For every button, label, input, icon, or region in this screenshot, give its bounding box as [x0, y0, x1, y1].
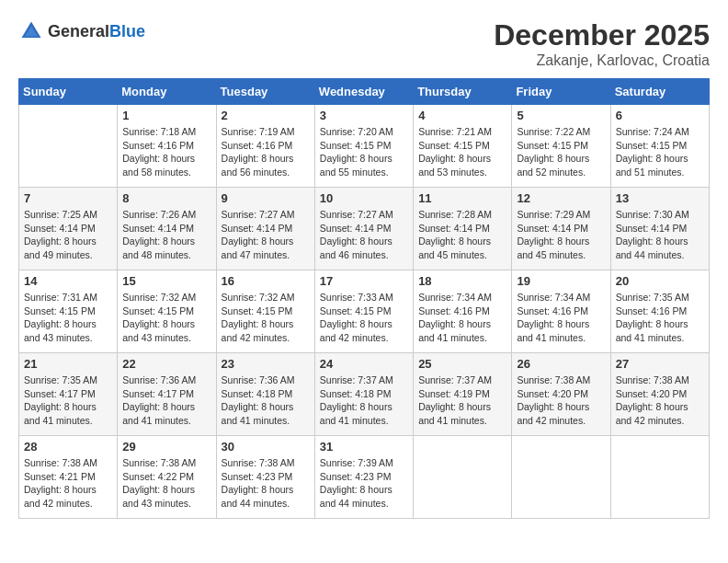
day-number: 16: [222, 274, 310, 288]
page-header: GeneralBlue December 2025 Zakanje, Karlo…: [18, 18, 710, 69]
cell-info: Sunrise: 7:38 AMSunset: 4:20 PMDaylight:…: [616, 373, 704, 428]
calendar-cell: 7Sunrise: 7:25 AMSunset: 4:14 PMDaylight…: [19, 188, 118, 270]
cell-info: Sunrise: 7:32 AMSunset: 4:15 PMDaylight:…: [122, 291, 210, 345]
calendar-cell: 11Sunrise: 7:28 AMSunset: 4:14 PMDayligh…: [414, 188, 512, 270]
day-number: 1: [122, 109, 210, 122]
cell-info: Sunrise: 7:38 AMSunset: 4:20 PMDaylight:…: [517, 373, 605, 428]
calendar-week-row: 7Sunrise: 7:25 AMSunset: 4:14 PMDaylight…: [19, 188, 710, 270]
cell-info: Sunrise: 7:39 AMSunset: 4:23 PMDaylight:…: [320, 456, 408, 511]
day-number: 12: [517, 191, 605, 205]
calendar-cell: 31Sunrise: 7:39 AMSunset: 4:23 PMDayligh…: [314, 436, 413, 519]
calendar-cell: 12Sunrise: 7:29 AMSunset: 4:14 PMDayligh…: [512, 188, 610, 270]
calendar-cell: 5Sunrise: 7:22 AMSunset: 4:15 PMDaylight…: [512, 105, 610, 188]
logo-text-general: General: [48, 22, 109, 40]
calendar-cell: 9Sunrise: 7:27 AMSunset: 4:14 PMDaylight…: [216, 188, 314, 270]
calendar-cell: 21Sunrise: 7:35 AMSunset: 4:17 PMDayligh…: [19, 353, 118, 436]
calendar-cell: 23Sunrise: 7:36 AMSunset: 4:18 PMDayligh…: [216, 353, 314, 436]
calendar-cell: 16Sunrise: 7:32 AMSunset: 4:15 PMDayligh…: [216, 270, 314, 353]
cell-info: Sunrise: 7:34 AMSunset: 4:16 PMDaylight:…: [517, 291, 605, 345]
logo-icon: [18, 18, 44, 44]
calendar-cell: 14Sunrise: 7:31 AMSunset: 4:15 PMDayligh…: [19, 270, 118, 353]
calendar-cell: [610, 436, 709, 519]
logo: GeneralBlue: [18, 18, 145, 44]
cell-info: Sunrise: 7:32 AMSunset: 4:15 PMDaylight:…: [222, 291, 310, 345]
day-number: 6: [616, 109, 704, 122]
calendar-header-monday: Monday: [118, 79, 216, 105]
calendar-cell: 15Sunrise: 7:32 AMSunset: 4:15 PMDayligh…: [118, 270, 216, 353]
cell-info: Sunrise: 7:31 AMSunset: 4:15 PMDaylight:…: [24, 291, 112, 345]
cell-info: Sunrise: 7:21 AMSunset: 4:15 PMDaylight:…: [418, 125, 506, 179]
day-number: 4: [418, 109, 506, 122]
cell-info: Sunrise: 7:35 AMSunset: 4:17 PMDaylight:…: [24, 373, 112, 428]
cell-info: Sunrise: 7:26 AMSunset: 4:14 PMDaylight:…: [122, 208, 210, 262]
cell-info: Sunrise: 7:34 AMSunset: 4:16 PMDaylight:…: [418, 291, 506, 345]
day-number: 7: [24, 191, 112, 205]
calendar-week-row: 21Sunrise: 7:35 AMSunset: 4:17 PMDayligh…: [19, 353, 710, 436]
day-number: 18: [418, 274, 506, 288]
day-number: 8: [122, 191, 210, 205]
day-number: 25: [418, 357, 506, 371]
day-number: 11: [418, 191, 506, 205]
cell-info: Sunrise: 7:37 AMSunset: 4:18 PMDaylight:…: [320, 373, 408, 428]
cell-info: Sunrise: 7:20 AMSunset: 4:15 PMDaylight:…: [320, 125, 408, 179]
cell-info: Sunrise: 7:19 AMSunset: 4:16 PMDaylight:…: [222, 125, 310, 179]
day-number: 20: [616, 274, 704, 288]
calendar-cell: 27Sunrise: 7:38 AMSunset: 4:20 PMDayligh…: [610, 353, 709, 436]
day-number: 2: [222, 109, 310, 122]
calendar-cell: 30Sunrise: 7:38 AMSunset: 4:23 PMDayligh…: [216, 436, 314, 519]
day-number: 23: [222, 357, 310, 371]
calendar-header-wednesday: Wednesday: [314, 79, 413, 105]
day-number: 30: [222, 440, 310, 454]
day-number: 21: [24, 357, 112, 371]
location-title: Zakanje, Karlovac, Croatia: [494, 52, 710, 69]
day-number: 28: [24, 440, 112, 454]
day-number: 17: [320, 274, 408, 288]
calendar-cell: 13Sunrise: 7:30 AMSunset: 4:14 PMDayligh…: [610, 188, 709, 270]
calendar-header-row: SundayMondayTuesdayWednesdayThursdayFrid…: [19, 79, 710, 105]
logo-text-blue: Blue: [109, 22, 145, 40]
calendar-cell: 25Sunrise: 7:37 AMSunset: 4:19 PMDayligh…: [414, 353, 512, 436]
cell-info: Sunrise: 7:22 AMSunset: 4:15 PMDaylight:…: [517, 125, 605, 179]
cell-info: Sunrise: 7:24 AMSunset: 4:15 PMDaylight:…: [616, 125, 704, 179]
calendar-header-sunday: Sunday: [19, 79, 118, 105]
calendar-header-saturday: Saturday: [610, 79, 709, 105]
calendar-header-thursday: Thursday: [414, 79, 512, 105]
day-number: 24: [320, 357, 408, 371]
day-number: 26: [517, 357, 605, 371]
calendar-week-row: 14Sunrise: 7:31 AMSunset: 4:15 PMDayligh…: [19, 270, 710, 353]
cell-info: Sunrise: 7:27 AMSunset: 4:14 PMDaylight:…: [320, 208, 408, 262]
calendar-cell: 26Sunrise: 7:38 AMSunset: 4:20 PMDayligh…: [512, 353, 610, 436]
calendar-week-row: 28Sunrise: 7:38 AMSunset: 4:21 PMDayligh…: [19, 436, 710, 519]
title-block: December 2025 Zakanje, Karlovac, Croatia: [494, 18, 710, 69]
day-number: 19: [517, 274, 605, 288]
cell-info: Sunrise: 7:33 AMSunset: 4:15 PMDaylight:…: [320, 291, 408, 345]
cell-info: Sunrise: 7:38 AMSunset: 4:22 PMDaylight:…: [122, 456, 210, 511]
calendar-cell: 17Sunrise: 7:33 AMSunset: 4:15 PMDayligh…: [314, 270, 413, 353]
calendar-table: SundayMondayTuesdayWednesdayThursdayFrid…: [18, 78, 710, 519]
calendar-cell: 19Sunrise: 7:34 AMSunset: 4:16 PMDayligh…: [512, 270, 610, 353]
cell-info: Sunrise: 7:30 AMSunset: 4:14 PMDaylight:…: [616, 208, 704, 262]
calendar-week-row: 1Sunrise: 7:18 AMSunset: 4:16 PMDaylight…: [19, 105, 710, 188]
calendar-cell: 6Sunrise: 7:24 AMSunset: 4:15 PMDaylight…: [610, 105, 709, 188]
calendar-cell: [512, 436, 610, 519]
calendar-body: 1Sunrise: 7:18 AMSunset: 4:16 PMDaylight…: [19, 105, 710, 519]
calendar-cell: [19, 105, 118, 188]
day-number: 15: [122, 274, 210, 288]
calendar-cell: 20Sunrise: 7:35 AMSunset: 4:16 PMDayligh…: [610, 270, 709, 353]
calendar-header-friday: Friday: [512, 79, 610, 105]
calendar-cell: 28Sunrise: 7:38 AMSunset: 4:21 PMDayligh…: [19, 436, 118, 519]
calendar-header-tuesday: Tuesday: [216, 79, 314, 105]
calendar-cell: 1Sunrise: 7:18 AMSunset: 4:16 PMDaylight…: [118, 105, 216, 188]
calendar-cell: 3Sunrise: 7:20 AMSunset: 4:15 PMDaylight…: [314, 105, 413, 188]
day-number: 13: [616, 191, 704, 205]
day-number: 29: [122, 440, 210, 454]
calendar-cell: 24Sunrise: 7:37 AMSunset: 4:18 PMDayligh…: [314, 353, 413, 436]
calendar-cell: 4Sunrise: 7:21 AMSunset: 4:15 PMDaylight…: [414, 105, 512, 188]
cell-info: Sunrise: 7:28 AMSunset: 4:14 PMDaylight:…: [418, 208, 506, 262]
cell-info: Sunrise: 7:27 AMSunset: 4:14 PMDaylight:…: [222, 208, 310, 262]
cell-info: Sunrise: 7:25 AMSunset: 4:14 PMDaylight:…: [24, 208, 112, 262]
day-number: 5: [517, 109, 605, 122]
month-year-title: December 2025: [494, 18, 710, 52]
cell-info: Sunrise: 7:36 AMSunset: 4:17 PMDaylight:…: [122, 373, 210, 428]
day-number: 22: [122, 357, 210, 371]
